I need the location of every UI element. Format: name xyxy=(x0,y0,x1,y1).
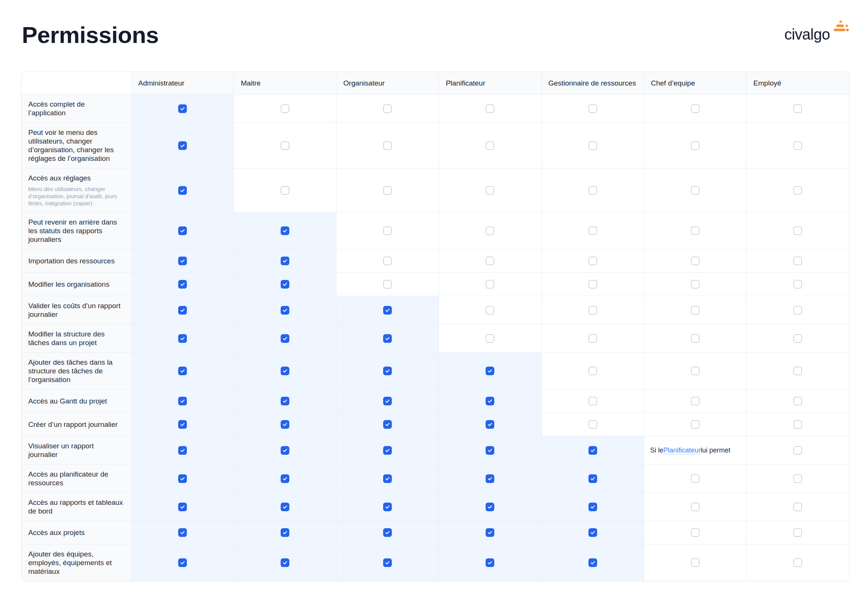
checkbox-checked[interactable] xyxy=(178,334,187,343)
checkbox-unchecked[interactable] xyxy=(691,528,700,537)
checkbox-checked[interactable] xyxy=(281,528,289,537)
checkbox-unchecked[interactable] xyxy=(588,186,597,195)
checkbox-checked[interactable] xyxy=(281,334,289,343)
checkbox-unchecked[interactable] xyxy=(486,186,494,195)
checkbox-checked[interactable] xyxy=(383,503,392,511)
checkbox-unchecked[interactable] xyxy=(691,280,700,289)
checkbox-checked[interactable] xyxy=(383,334,392,343)
checkbox-unchecked[interactable] xyxy=(486,141,494,150)
checkbox-unchecked[interactable] xyxy=(793,186,802,195)
checkbox-unchecked[interactable] xyxy=(691,226,700,235)
checkbox-unchecked[interactable] xyxy=(793,334,802,343)
checkbox-checked[interactable] xyxy=(178,104,187,113)
checkbox-unchecked[interactable] xyxy=(793,257,802,265)
checkbox-checked[interactable] xyxy=(486,528,494,537)
checkbox-unchecked[interactable] xyxy=(588,397,597,405)
checkbox-checked[interactable] xyxy=(588,503,597,511)
checkbox-checked[interactable] xyxy=(281,257,289,265)
checkbox-unchecked[interactable] xyxy=(793,474,802,483)
checkbox-unchecked[interactable] xyxy=(793,306,802,315)
checkbox-unchecked[interactable] xyxy=(793,397,802,405)
checkbox-checked[interactable] xyxy=(281,420,289,429)
checkbox-checked[interactable] xyxy=(281,367,289,375)
checkbox-checked[interactable] xyxy=(178,367,187,375)
checkbox-unchecked[interactable] xyxy=(383,280,392,289)
checkbox-unchecked[interactable] xyxy=(486,334,494,343)
checkbox-unchecked[interactable] xyxy=(383,141,392,150)
checkbox-checked[interactable] xyxy=(486,503,494,511)
checkbox-unchecked[interactable] xyxy=(793,420,802,429)
checkbox-unchecked[interactable] xyxy=(281,104,289,113)
checkbox-unchecked[interactable] xyxy=(691,558,700,567)
checkbox-checked[interactable] xyxy=(178,141,187,150)
checkbox-checked[interactable] xyxy=(383,397,392,405)
checkbox-checked[interactable] xyxy=(178,528,187,537)
checkbox-unchecked[interactable] xyxy=(486,257,494,265)
checkbox-checked[interactable] xyxy=(281,280,289,289)
checkbox-unchecked[interactable] xyxy=(691,141,700,150)
checkbox-unchecked[interactable] xyxy=(383,226,392,235)
checkbox-checked[interactable] xyxy=(281,397,289,405)
checkbox-checked[interactable] xyxy=(281,558,289,567)
checkbox-checked[interactable] xyxy=(588,446,597,455)
checkbox-unchecked[interactable] xyxy=(691,397,700,405)
checkbox-checked[interactable] xyxy=(178,226,187,235)
checkbox-checked[interactable] xyxy=(178,397,187,405)
checkbox-unchecked[interactable] xyxy=(588,257,597,265)
checkbox-checked[interactable] xyxy=(383,306,392,315)
checkbox-checked[interactable] xyxy=(588,558,597,567)
checkbox-unchecked[interactable] xyxy=(588,104,597,113)
checkbox-unchecked[interactable] xyxy=(691,186,700,195)
checkbox-unchecked[interactable] xyxy=(588,420,597,429)
checkbox-unchecked[interactable] xyxy=(793,367,802,375)
checkbox-unchecked[interactable] xyxy=(691,503,700,511)
checkbox-checked[interactable] xyxy=(178,558,187,567)
checkbox-unchecked[interactable] xyxy=(281,141,289,150)
checkbox-unchecked[interactable] xyxy=(793,141,802,150)
checkbox-unchecked[interactable] xyxy=(588,141,597,150)
checkbox-checked[interactable] xyxy=(281,226,289,235)
checkbox-checked[interactable] xyxy=(486,420,494,429)
checkbox-unchecked[interactable] xyxy=(281,186,289,195)
checkbox-unchecked[interactable] xyxy=(691,104,700,113)
checkbox-unchecked[interactable] xyxy=(383,257,392,265)
checkbox-checked[interactable] xyxy=(588,528,597,537)
checkbox-checked[interactable] xyxy=(383,420,392,429)
checkbox-checked[interactable] xyxy=(588,474,597,483)
checkbox-unchecked[interactable] xyxy=(588,334,597,343)
checkbox-checked[interactable] xyxy=(178,503,187,511)
checkbox-checked[interactable] xyxy=(281,474,289,483)
checkbox-unchecked[interactable] xyxy=(793,558,802,567)
checkbox-unchecked[interactable] xyxy=(588,226,597,235)
checkbox-checked[interactable] xyxy=(383,367,392,375)
checkbox-checked[interactable] xyxy=(383,474,392,483)
checkbox-unchecked[interactable] xyxy=(486,104,494,113)
checkbox-checked[interactable] xyxy=(486,558,494,567)
checkbox-unchecked[interactable] xyxy=(383,186,392,195)
checkbox-checked[interactable] xyxy=(486,446,494,455)
checkbox-unchecked[interactable] xyxy=(486,226,494,235)
checkbox-unchecked[interactable] xyxy=(486,280,494,289)
checkbox-checked[interactable] xyxy=(383,446,392,455)
checkbox-unchecked[interactable] xyxy=(793,280,802,289)
checkbox-unchecked[interactable] xyxy=(588,280,597,289)
checkbox-unchecked[interactable] xyxy=(383,104,392,113)
checkbox-unchecked[interactable] xyxy=(793,104,802,113)
checkbox-unchecked[interactable] xyxy=(793,226,802,235)
checkbox-checked[interactable] xyxy=(178,306,187,315)
checkbox-checked[interactable] xyxy=(383,528,392,537)
checkbox-checked[interactable] xyxy=(178,446,187,455)
checkbox-unchecked[interactable] xyxy=(691,257,700,265)
checkbox-unchecked[interactable] xyxy=(691,306,700,315)
checkbox-checked[interactable] xyxy=(178,474,187,483)
checkbox-unchecked[interactable] xyxy=(691,334,700,343)
checkbox-checked[interactable] xyxy=(281,446,289,455)
checkbox-checked[interactable] xyxy=(486,367,494,375)
checkbox-checked[interactable] xyxy=(178,280,187,289)
checkbox-checked[interactable] xyxy=(383,558,392,567)
checkbox-checked[interactable] xyxy=(486,397,494,405)
checkbox-checked[interactable] xyxy=(281,503,289,511)
checkbox-checked[interactable] xyxy=(178,186,187,195)
checkbox-checked[interactable] xyxy=(281,306,289,315)
checkbox-checked[interactable] xyxy=(178,257,187,265)
